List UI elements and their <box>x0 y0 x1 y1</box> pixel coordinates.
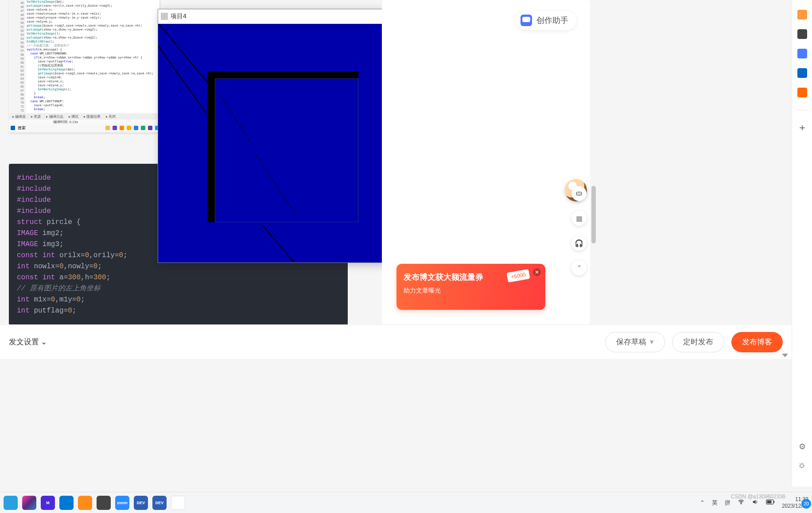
schedule-label: 定时发布 <box>683 337 713 347</box>
edge-new[interactable] <box>22 496 36 510</box>
rectangle-outline <box>215 78 358 222</box>
ide-desktop-taskbar: 搜索 <box>9 124 159 132</box>
app-title-text: 项目4 <box>171 12 186 20</box>
notification-badge[interactable]: 20 <box>801 499 811 509</box>
ime-indicator-1[interactable]: 英 <box>712 499 718 507</box>
schedule-publish-button[interactable]: 定时发布 <box>672 332 724 352</box>
calculator[interactable] <box>97 496 111 510</box>
ide-tab[interactable]: ▸ 编译器 <box>11 114 27 119</box>
svg-point-5 <box>741 503 742 504</box>
svg-line-4 <box>262 225 313 262</box>
bot-icon <box>521 15 532 26</box>
promo-banner[interactable]: 发布博文获大额流量券 助力文章曝光 +5000 ✕ <box>396 264 545 310</box>
dock-settings-icon-2[interactable]: ⛭ <box>798 461 806 471</box>
svg-rect-8 <box>767 501 771 504</box>
scroll-down-icon[interactable] <box>782 354 788 357</box>
zoom[interactable]: zoom <box>115 496 129 510</box>
top-icon[interactable]: ⌃ <box>571 260 587 275</box>
tray-overflow-icon[interactable]: ⌃ <box>700 499 705 506</box>
chess-icon[interactable] <box>797 29 807 39</box>
ide-tab[interactable]: ▸ 搜索结果 <box>82 114 102 119</box>
cart-icon[interactable] <box>797 88 807 97</box>
ide-window: 4546474849505152535455565758596061626364… <box>9 0 159 133</box>
coupon-icon[interactable]: 🎟 <box>571 186 587 201</box>
ide-tab[interactable]: ▸ 资源 <box>29 114 43 119</box>
add-extension-button[interactable]: ＋ <box>797 123 807 132</box>
search-label[interactable]: 搜索 <box>18 125 26 131</box>
ide-code: SetWorkingImage(&m);putimage(save->orilx… <box>27 0 159 115</box>
ide-bottom-tabs[interactable]: ▸ 编译器▸ 资源▸ 编译日志▸ 调试▸ 搜索结果▸ 关闭 <box>9 113 159 120</box>
watermark-text: CSDN @a1309602336 <box>731 494 785 500</box>
promo-close-button[interactable]: ✕ <box>533 268 541 276</box>
publish-label: 发布博客 <box>742 337 772 347</box>
devcpp-2[interactable]: DEV <box>152 496 167 510</box>
ide-gutter: 4546474849505152535455565758596061626364… <box>9 0 26 115</box>
start-icon[interactable] <box>11 126 15 130</box>
blank-app[interactable] <box>171 496 185 510</box>
devcpp-1[interactable]: DEV <box>134 496 148 510</box>
ime-indicator-2[interactable]: 拼 <box>725 499 730 507</box>
outlook-icon[interactable] <box>797 68 807 78</box>
ide-tab[interactable]: ▸ 关闭 <box>104 114 117 119</box>
ide-tab[interactable]: ▸ 调试 <box>67 114 80 119</box>
photos-app[interactable] <box>4 496 18 510</box>
windows-taskbar[interactable]: MzoomDEVDEV ⌃ 英 拼 11:33 2023/12/24 CSDN … <box>0 492 812 513</box>
svg-line-1 <box>158 46 207 114</box>
edge-browser[interactable] <box>59 496 74 510</box>
qrcode-icon[interactable]: ▦ <box>571 211 587 226</box>
assistant-label: 创作助手 <box>536 15 568 26</box>
publish-toolbar: 发文设置 ⌄ 保存草稿 ▾ 定时发布 发布博客 <box>0 324 792 359</box>
save-draft-button[interactable]: 保存草稿 ▾ <box>605 332 665 352</box>
floating-toolbar: 🎟▦🎧⌃ <box>571 186 587 275</box>
dock-settings-icon[interactable]: ⚙ <box>799 442 806 451</box>
assistant-button[interactable]: 创作助手 <box>516 11 576 30</box>
browser-side-dock: ＋ ⚙ ⛭ <box>792 0 812 486</box>
headset-icon[interactable]: 🎧 <box>571 235 587 251</box>
diamond-icon[interactable] <box>797 10 807 19</box>
publish-button[interactable]: 发布博客 <box>731 332 783 352</box>
music-app[interactable]: M <box>41 496 55 510</box>
ide-tab[interactable]: ▸ 编译日志 <box>44 114 65 119</box>
scrollbar-thumb[interactable] <box>591 186 596 243</box>
battery-icon[interactable] <box>766 499 775 506</box>
save-draft-label: 保存草稿 <box>616 337 646 347</box>
chevron-down-icon: ⌄ <box>41 337 47 347</box>
post-settings-label: 发文设置 <box>9 337 39 347</box>
dropdown-icon: ▾ <box>650 337 654 347</box>
app-icon <box>161 13 168 20</box>
post-settings-button[interactable]: 发文设置 ⌄ <box>9 337 47 347</box>
svg-rect-7 <box>773 501 774 503</box>
copilot-icon[interactable] <box>797 49 807 58</box>
promo-subtitle: 助力文章曝光 <box>404 287 538 295</box>
fl-studio[interactable] <box>78 496 92 510</box>
